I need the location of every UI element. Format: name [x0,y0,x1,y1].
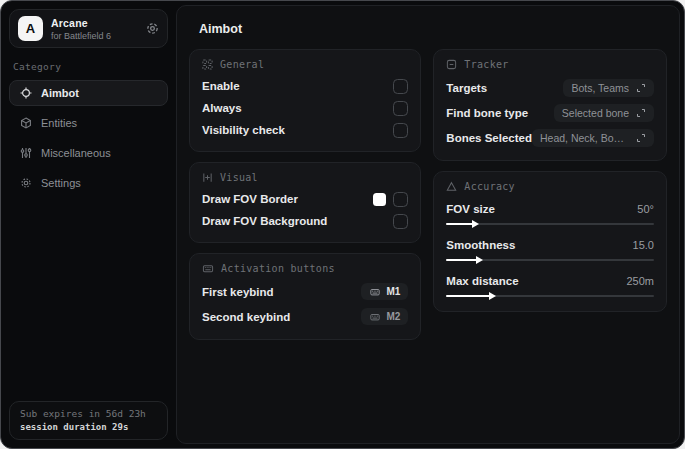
sidebar-item-settings[interactable]: Settings [9,170,168,196]
sidebar-header: A Arcane for Battlefield 6 [9,9,168,48]
app-logo: A [18,16,43,41]
eye-icon [202,172,213,183]
activation-buttons-card: Activation buttons First keybind M1 [189,253,421,340]
find-bone-type-label: Find bone type [446,107,528,119]
card-title-text: Accuracy [464,181,515,192]
sidebar-item-label: Aimbot [41,87,79,99]
crosshair-icon [20,87,32,99]
smoothness-label: Smoothness [446,239,515,251]
smoothness-control: Smoothness 15.0 [446,235,654,265]
card-title-text: Activation buttons [221,263,335,274]
bones-selected-select[interactable]: Head, Neck, Body, Pe... [532,129,654,147]
sliders-icon [20,147,32,159]
fov-size-label: FOV size [446,203,495,215]
find-bone-type-value: Selected bone [562,107,629,119]
app-name: Arcane [51,17,111,29]
draw-fov-background-label: Draw FOV Background [202,215,327,227]
fov-border-color-swatch[interactable] [373,193,386,206]
accuracy-card: Accuracy FOV size 50° [433,171,667,312]
keybind-value: M1 [386,286,400,297]
visibility-check-label: Visibility check [202,124,285,136]
expand-icon [636,83,646,93]
refresh-icon[interactable] [146,22,159,35]
category-label: Category [13,61,164,72]
subscription-info: Sub expires in 56d 23h session duration … [9,401,168,440]
cube-icon [20,117,32,129]
general-card: General Enable Always Visibility check [189,49,421,152]
targets-select[interactable]: Bots, Teams [563,79,654,97]
max-distance-slider[interactable] [446,291,654,301]
expand-icon [636,108,646,118]
targets-label: Targets [446,82,487,94]
sidebar: A Arcane for Battlefield 6 Category Aimb… [1,1,176,448]
sidebar-item-entities[interactable]: Entities [9,110,168,136]
expand-icon [636,133,646,143]
sidebar-item-aimbot[interactable]: Aimbot [9,80,168,106]
always-checkbox[interactable] [393,101,408,116]
bones-selected-value: Head, Neck, Body, Pe... [540,132,629,144]
enable-checkbox[interactable] [393,79,408,94]
visibility-check-checkbox[interactable] [393,123,408,138]
sidebar-item-label: Settings [41,177,81,189]
triangle-icon [446,181,457,192]
smoothness-slider[interactable] [446,255,654,265]
gear-icon [20,177,32,189]
tracker-card: Tracker Targets Bots, Teams [433,49,667,161]
max-distance-value: 250m [626,275,654,287]
page-title: Aimbot [199,22,669,36]
max-distance-label: Max distance [446,275,518,287]
smoothness-value: 15.0 [633,239,654,251]
grid-icon [202,59,213,70]
fov-size-value: 50° [637,203,654,215]
slider-thumb[interactable] [476,256,483,264]
keybind-value: M2 [386,311,400,322]
card-title-text: General [220,59,264,70]
keyboard-icon [202,263,214,274]
slider-thumb[interactable] [472,220,479,228]
main-panel: Aimbot General [176,5,680,444]
targets-value: Bots, Teams [571,82,629,94]
draw-fov-border-checkbox[interactable] [393,192,408,207]
always-label: Always [202,102,242,114]
keyboard-icon [369,312,381,322]
sidebar-item-miscellaneous[interactable]: Miscellaneous [9,140,168,166]
card-title-text: Tracker [464,59,508,70]
slider-thumb[interactable] [489,292,496,300]
keyboard-icon [369,287,381,297]
draw-fov-border-label: Draw FOV Border [202,193,298,205]
find-bone-type-select[interactable]: Selected bone [554,104,654,122]
session-duration-text: session duration 29s [20,422,157,432]
sidebar-item-label: Miscellaneous [41,147,111,159]
first-keybind-label: First keybind [202,286,274,298]
second-keybind-label: Second keybind [202,311,290,323]
fov-size-slider[interactable] [446,219,654,229]
enable-label: Enable [202,80,240,92]
app-window: A Arcane for Battlefield 6 Category Aimb… [0,0,685,449]
tracker-icon [446,59,457,70]
bones-selected-label: Bones Selected [446,132,532,144]
card-title-text: Visual [220,172,258,183]
sub-expiry-text: Sub expires in 56d 23h [20,408,157,419]
sidebar-item-label: Entities [41,117,77,129]
app-subtitle: for Battlefield 6 [51,31,111,41]
draw-fov-background-checkbox[interactable] [393,214,408,229]
visual-card: Visual Draw FOV Border Draw FOV Backgrou… [189,162,421,243]
first-keybind-button[interactable]: M1 [361,283,408,300]
second-keybind-button[interactable]: M2 [361,308,408,325]
fov-size-control: FOV size 50° [446,199,654,229]
max-distance-control: Max distance 250m [446,271,654,301]
